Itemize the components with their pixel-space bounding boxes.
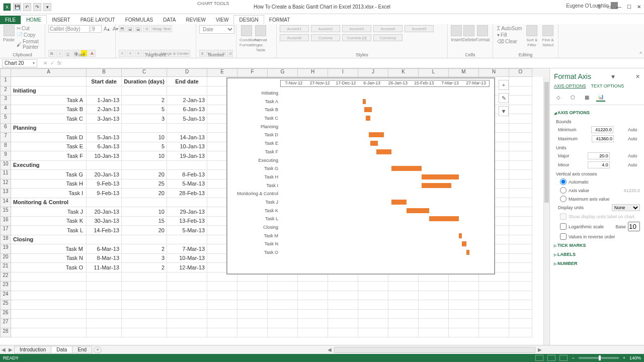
cell-D6[interactable] [167,124,207,133]
cell-D11[interactable]: 8-Feb-13 [167,170,207,179]
display-units-select[interactable]: None [612,204,640,211]
cell-G26[interactable] [268,310,298,319]
sort-filter-button[interactable]: Sort & Filter [525,25,539,47]
cell-K27[interactable] [388,319,419,328]
cell-K28[interactable] [388,328,419,338]
row-header-8[interactable]: 8 [0,142,11,152]
cell-O2[interactable] [509,86,532,96]
cell-N27[interactable] [479,319,509,328]
cell-J28[interactable] [358,328,388,338]
cell-O13[interactable] [509,189,532,198]
row-header-13[interactable]: 13 [0,189,11,198]
row-header-5[interactable]: 5 [0,114,11,124]
paste-button[interactable]: Paste [3,25,15,50]
cell-N23[interactable] [479,282,509,291]
view-page-layout-icon[interactable] [547,355,555,361]
cell-A11[interactable]: Task G [11,170,87,179]
log-base-input[interactable] [628,222,640,231]
style-Accent2[interactable]: Accent2 [311,25,340,32]
view-page-break-icon[interactable] [559,355,568,361]
sheet-tab-data[interactable]: Data [51,346,72,353]
increase-font-icon[interactable]: A▴ [103,25,111,33]
bar-Task B[interactable] [364,107,372,112]
cell-C23[interactable] [122,282,167,291]
cell-B24[interactable] [87,291,122,301]
cell-C28[interactable] [122,328,167,338]
cell-B27[interactable] [87,319,122,328]
row-header-22[interactable]: 22 [0,273,11,282]
cell-D10[interactable] [167,161,207,170]
cell-B14[interactable] [87,198,122,208]
close-icon[interactable]: ✕ [634,2,644,12]
row-header-27[interactable]: 27 [0,319,11,328]
cell-N24[interactable] [479,291,509,301]
cell-G23[interactable] [268,282,298,291]
cell-F23[interactable] [237,282,268,291]
cell-O11[interactable] [509,170,532,179]
cell-N28[interactable] [479,328,509,338]
cell-D15[interactable]: 29-Jan-13 [167,207,207,217]
copy-button[interactable]: 📄 Copy [16,32,42,38]
vertical-scrollbar[interactable] [543,77,549,345]
cell-B22[interactable] [87,273,122,282]
excel-icon[interactable]: X [3,3,11,11]
cell-C18[interactable] [122,235,167,245]
cell-C17[interactable]: 20 [122,226,167,235]
cell-A12[interactable]: Task H [11,179,87,189]
cell-C25[interactable] [122,300,167,310]
cell-D3[interactable]: 2-Jan-13 [167,96,207,105]
pane-dropdown-icon[interactable]: ▾ [611,72,615,80]
row-header-23[interactable]: 23 [0,282,11,291]
cell-B12[interactable]: 9-Feb-13 [87,179,122,189]
cell-O12[interactable] [509,179,532,189]
cell-G28[interactable] [268,328,298,338]
cell-A7[interactable]: Task D [11,133,87,142]
tab-data[interactable]: DATA [158,16,181,24]
cell-D5[interactable]: 5-Jan-13 [167,114,207,124]
cell-O14[interactable] [509,198,532,208]
cell-F28[interactable] [237,328,268,338]
cell-C7[interactable]: 10 [122,133,167,142]
row-header-7[interactable]: 7 [0,133,11,142]
cell-D27[interactable] [167,319,207,328]
row-header-15[interactable]: 15 [0,207,11,217]
cell-L23[interactable] [419,282,449,291]
autosum-button[interactable]: Σ AutoSum [496,25,523,32]
cell-O27[interactable] [509,319,532,328]
chart-elements-icon[interactable]: + [499,80,509,90]
zoom-level[interactable]: 140% [629,355,641,360]
bar-Task I[interactable] [422,183,452,188]
cell-B17[interactable]: 14-Feb-13 [87,226,122,235]
redo-icon[interactable]: ↷ [33,3,41,11]
cell-O25[interactable] [509,300,532,310]
row-header-14[interactable]: 14 [0,198,11,208]
chart-axis-dates[interactable]: 7-Nov-1227-Nov-1217-Dec-126-Jan-1326-Jan… [280,80,490,87]
sheet-tab-end[interactable]: End [72,346,92,353]
row-header-20[interactable]: 20 [0,254,11,263]
cell-C26[interactable] [122,310,167,319]
crosses-max-radio[interactable] [560,196,567,202]
cell-M27[interactable] [449,319,479,328]
row-header-11[interactable]: 11 [0,170,11,179]
hscroll-right-icon[interactable]: ▶ [536,347,543,352]
cell-K23[interactable] [388,282,419,291]
cell-C4[interactable]: 5 [122,105,167,115]
cell-C12[interactable]: 25 [122,179,167,189]
cell-G24[interactable] [268,291,298,301]
cell-A15[interactable]: Task J [11,207,87,217]
cell-B5[interactable]: 3-Jan-13 [87,114,122,124]
cell-B20[interactable]: 8-Mar-13 [87,254,122,263]
row-header-10[interactable]: 10 [0,161,11,170]
bounds-min-input[interactable] [591,126,613,133]
cell-N25[interactable] [479,300,509,310]
reverse-order-check[interactable] [560,233,567,240]
cell-O6[interactable] [509,124,532,133]
row-header-17[interactable]: 17 [0,226,11,235]
crosses-axis-value-radio[interactable] [560,187,567,194]
cell-B7[interactable]: 5-Jan-13 [87,133,122,142]
fill-line-icon[interactable]: ◇ [554,93,563,102]
cell-J23[interactable] [358,282,388,291]
cell-B4[interactable]: 2-Jan-13 [87,105,122,115]
cell-D14[interactable] [167,198,207,208]
bar-Task N[interactable] [462,241,466,246]
